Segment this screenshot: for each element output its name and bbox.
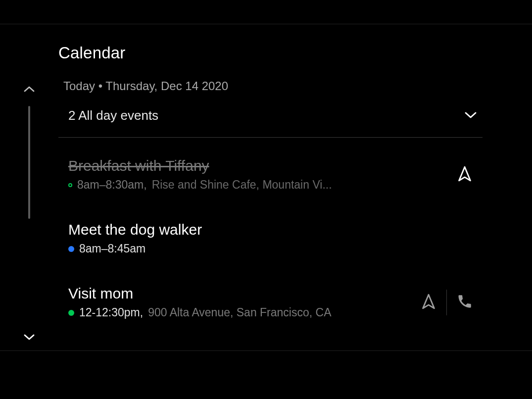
date-separator: • <box>95 79 105 93</box>
calendar-color-dot <box>68 246 74 252</box>
calendar-color-dot <box>68 310 74 316</box>
event-title: Meet the dog walker <box>68 221 483 238</box>
date-full: Thursday, Dec 14 2020 <box>105 79 228 93</box>
navigate-icon <box>422 294 435 311</box>
navigate-button[interactable] <box>411 294 446 311</box>
event-row[interactable]: Visit mom12-12:30pm,900 Alta Avenue, San… <box>58 270 483 334</box>
navigate-icon <box>458 166 472 184</box>
event-title: Breakfast with Tiffany <box>68 157 437 174</box>
event-row[interactable]: Meet the dog walker8am–8:45am <box>58 206 483 270</box>
event-time: 12-12:30pm, <box>79 306 143 319</box>
all-day-events-label: 2 All day events <box>68 108 158 123</box>
scroll-down-button[interactable] <box>23 333 35 343</box>
calendar-color-dot <box>68 183 72 187</box>
event-location: 900 Alta Avenue, San Francisco, CA <box>148 306 331 319</box>
date-prefix: Today <box>63 79 95 93</box>
navigate-button[interactable] <box>447 166 483 184</box>
phone-icon <box>457 294 472 311</box>
event-title: Visit mom <box>68 285 401 302</box>
page-title: Calendar <box>58 44 483 62</box>
scroll-up-button[interactable] <box>24 86 35 95</box>
event-time: 8am–8:45am <box>79 242 145 255</box>
call-button[interactable] <box>447 294 483 311</box>
scroll-indicator <box>28 106 30 219</box>
date-header: Today • Thursday, Dec 14 2020 <box>63 79 483 93</box>
event-location: Rise and Shine Cafe, Mountain Vi... <box>152 178 332 192</box>
event-row[interactable]: Breakfast with Tiffany8am–8:30am,Rise an… <box>58 143 483 206</box>
event-time: 8am–8:30am, <box>77 178 147 192</box>
chevron-down-icon <box>464 110 478 121</box>
all-day-events-row[interactable]: 2 All day events <box>58 108 483 138</box>
